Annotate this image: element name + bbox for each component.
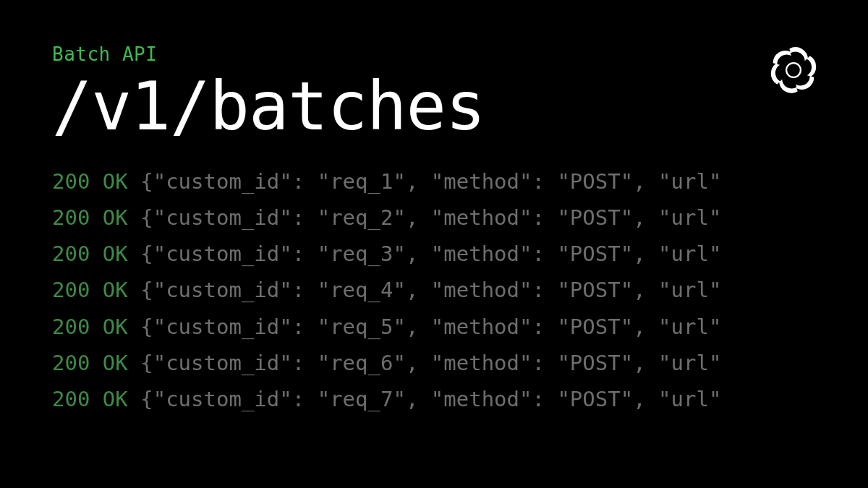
http-status: 200 OK [52, 314, 128, 339]
log-line: 200 OK {"custom_id": "req_5", "method": … [52, 314, 868, 340]
svg-point-0 [786, 63, 801, 77]
log-line: 200 OK {"custom_id": "req_3", "method": … [52, 241, 868, 267]
log-line: 200 OK {"custom_id": "req_6", "method": … [52, 350, 868, 376]
log-payload: {"custom_id": "req_6", "method": "POST",… [140, 351, 721, 375]
page-title: /v1/batches [52, 72, 868, 142]
http-status: 200 OK [52, 169, 128, 194]
http-status: 200 OK [52, 351, 128, 375]
log-payload: {"custom_id": "req_7", "method": "POST",… [140, 387, 721, 411]
log-payload: {"custom_id": "req_4", "method": "POST",… [140, 278, 721, 302]
log-line: 200 OK {"custom_id": "req_1", "method": … [52, 168, 868, 194]
openai-logo-icon [765, 42, 822, 98]
http-status: 200 OK [52, 278, 128, 302]
log-payload: {"custom_id": "req_3", "method": "POST",… [140, 241, 721, 266]
log-line-list: 200 OK {"custom_id": "req_1", "method": … [52, 168, 868, 413]
http-status: 200 OK [52, 387, 128, 411]
log-payload: {"custom_id": "req_2", "method": "POST",… [140, 205, 721, 230]
page-subtitle: Batch API [52, 43, 868, 65]
log-payload: {"custom_id": "req_5", "method": "POST",… [140, 314, 721, 339]
log-payload: {"custom_id": "req_1", "method": "POST",… [140, 169, 721, 194]
log-line: 200 OK {"custom_id": "req_4", "method": … [52, 277, 868, 303]
page-container: Batch API /v1/batches 200 OK {"custom_id… [0, 0, 868, 488]
http-status: 200 OK [52, 241, 128, 266]
http-status: 200 OK [52, 205, 128, 230]
log-line: 200 OK {"custom_id": "req_2", "method": … [52, 205, 868, 231]
log-line: 200 OK {"custom_id": "req_7", "method": … [52, 386, 868, 412]
